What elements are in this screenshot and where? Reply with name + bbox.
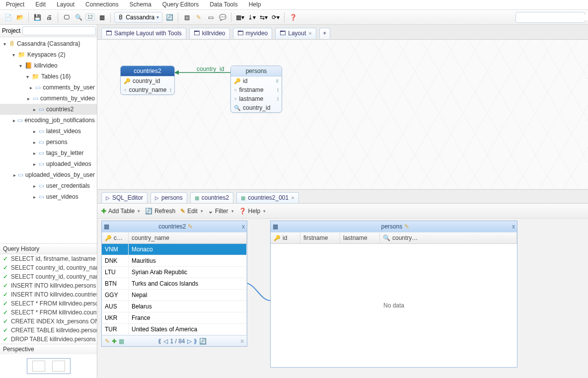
- column-row[interactable]: ×country_namet: [121, 85, 174, 94]
- edit-icon[interactable]: [404, 223, 409, 230]
- comment-tool-icon[interactable]: 💬: [218, 12, 227, 22]
- tab-layout-active[interactable]: Layout×: [275, 28, 316, 39]
- edit-tool-icon[interactable]: [194, 12, 204, 22]
- entity-countries2[interactable]: countries2 country_id ×country_namet: [120, 66, 175, 95]
- display-icon[interactable]: [62, 12, 72, 22]
- connection-selector[interactable]: Cassandra ▾: [114, 12, 162, 23]
- pager-next[interactable]: ▷: [187, 338, 192, 345]
- close-icon[interactable]: ×: [308, 30, 311, 36]
- object-palette-icon[interactable]: ▦: [97, 12, 107, 22]
- tab-countries2-001-active[interactable]: ▦countries2_001×: [236, 192, 299, 203]
- new-icon[interactable]: [3, 12, 13, 22]
- tree-table[interactable]: ▸▭latest_videos: [0, 126, 97, 137]
- query-history-item[interactable]: ✓CREATE INDEX Idx_persons ON: [0, 317, 97, 326]
- col-header[interactable]: firstname: [300, 232, 340, 243]
- menu-schema[interactable]: Schema: [130, 1, 151, 8]
- tree-table[interactable]: ▸▭uploaded_videos_by_user: [0, 169, 97, 180]
- tab-myvideo[interactable]: myvideo: [233, 28, 273, 39]
- refresh-icon[interactable]: [199, 338, 207, 345]
- refresh-button[interactable]: Refresh: [145, 208, 175, 215]
- query-history-item[interactable]: ✓SELECT country_id, country_name: [0, 272, 97, 281]
- global-search[interactable]: [515, 12, 585, 23]
- refresh-icon[interactable]: [164, 12, 174, 22]
- tree-table[interactable]: ▸▭tags_by_letter: [0, 148, 97, 158]
- table-tool-icon[interactable]: ▤: [182, 12, 192, 22]
- tree-table[interactable]: ▸▭comments_by_user: [0, 82, 97, 93]
- query-history-item[interactable]: ✓SELECT * FROM killrvideo.persons: [0, 299, 97, 308]
- col-header[interactable]: country…: [392, 234, 418, 241]
- perspective-thumbnail[interactable]: [32, 361, 45, 372]
- query-history-header[interactable]: Query History: [0, 243, 97, 254]
- table-row[interactable]: UKRFrance: [102, 312, 247, 324]
- grid-header[interactable]: ▦ countries2 x: [102, 221, 247, 232]
- tab-sample-layout[interactable]: Sample Layout with Tools: [101, 28, 186, 39]
- grid-tool-icon[interactable]: ▦▾: [235, 12, 245, 22]
- tree-table[interactable]: ▸▭encoding_job_notifications: [0, 115, 97, 126]
- diagram-canvas[interactable]: country_id countries2 country_id ×countr…: [97, 40, 588, 189]
- tree-table-countries2[interactable]: ▸▭countries2: [0, 104, 97, 115]
- table-row[interactable]: BTNTurks and Caicos Islands: [102, 278, 247, 290]
- pager-prev[interactable]: ◁: [163, 338, 168, 345]
- tree-keyspaces[interactable]: ▾Keyspaces (2): [0, 49, 97, 60]
- menu-query-editors[interactable]: Query Editors: [162, 1, 199, 8]
- tab-persons[interactable]: ▷persons: [150, 192, 187, 203]
- zoom-icon[interactable]: [74, 12, 83, 22]
- tree-table[interactable]: ▸▭uploaded_videos: [0, 158, 97, 169]
- query-history-item[interactable]: ✓DROP TABLE killrvideo.persons: [0, 335, 97, 344]
- print-icon[interactable]: [44, 12, 54, 22]
- col-header[interactable]: country_name: [129, 232, 247, 243]
- close-icon[interactable]: x: [242, 223, 245, 230]
- help-icon[interactable]: [288, 12, 298, 22]
- grid-body[interactable]: VNMMonaco DNKMauritius LTUSyrian Arab Re…: [102, 244, 247, 335]
- tree-table[interactable]: ▸▭persons: [0, 137, 97, 148]
- close-icon[interactable]: ×: [291, 195, 294, 201]
- entity-persons[interactable]: persons id# ×firstnamet ×lastnamet 🔍coun…: [230, 66, 282, 113]
- export-tool-icon[interactable]: ⤓▾: [247, 12, 257, 22]
- query-history-item[interactable]: ✓SELECT * FROM killrvideo.countries: [0, 308, 97, 317]
- grid-window-countries2[interactable]: ▦ countries2 x c… country_name VNMMonaco…: [101, 221, 247, 347]
- table-row[interactable]: TURUnited States of America: [102, 324, 247, 335]
- query-history-item[interactable]: ✓INSERT INTO killrvideo.persons: [0, 281, 97, 290]
- tab-killrvideo[interactable]: killrvideo: [189, 28, 230, 39]
- resize-handle[interactable]: ≡: [240, 338, 244, 345]
- perspective-header[interactable]: Perspective: [0, 344, 97, 354]
- pager-last[interactable]: ⟫: [194, 338, 197, 345]
- tree-table[interactable]: ▸▭comments_by_video: [0, 93, 97, 104]
- menu-layout[interactable]: Layout: [57, 1, 74, 8]
- column-row[interactable]: id#: [231, 76, 282, 85]
- sync-tool-icon[interactable]: ⟳▾: [271, 12, 281, 22]
- column-row[interactable]: country_id: [121, 76, 174, 85]
- menu-project[interactable]: Project: [6, 1, 24, 8]
- table-row[interactable]: AUSBelarus: [102, 301, 247, 312]
- menu-connections[interactable]: Connections: [85, 1, 119, 8]
- edit-button[interactable]: Edit▾: [180, 208, 203, 215]
- help-button[interactable]: Help▾: [239, 208, 266, 215]
- pager-first[interactable]: ⟪: [158, 338, 161, 345]
- save-icon[interactable]: [32, 12, 42, 22]
- grid-tool-icon[interactable]: ▦: [119, 338, 124, 345]
- table-row[interactable]: LTUSyrian Arab Republic: [102, 267, 247, 278]
- zoom-level[interactable]: 12: [85, 13, 95, 21]
- close-icon[interactable]: x: [512, 223, 515, 230]
- tree-tables-folder[interactable]: ▾Tables (16): [0, 71, 97, 82]
- add-row-icon[interactable]: [112, 338, 117, 345]
- project-filter-input[interactable]: [22, 26, 96, 35]
- note-tool-icon[interactable]: ▭: [206, 12, 216, 22]
- tree-table[interactable]: ▸▭user_videos: [0, 191, 97, 202]
- menu-help[interactable]: Help: [249, 1, 261, 8]
- tree-table[interactable]: ▸▭user_credentials: [0, 180, 97, 191]
- col-header[interactable]: id: [283, 234, 287, 241]
- column-row[interactable]: 🔍country_id: [231, 103, 282, 112]
- column-row[interactable]: ×lastnamet: [231, 94, 282, 103]
- query-history-item[interactable]: ✓SELECT country_id, country_name: [0, 263, 97, 272]
- compare-tool-icon[interactable]: ⇆▾: [259, 12, 269, 22]
- query-history-item[interactable]: ✓INSERT INTO killrvideo.countries: [0, 290, 97, 299]
- tab-countries2[interactable]: ▦countries2: [190, 192, 233, 203]
- tree-root[interactable]: ▾Cassandra {Cassandra}: [0, 38, 97, 49]
- menu-data-tools[interactable]: Data Tools: [210, 1, 237, 8]
- query-history-item[interactable]: ✓SELECT id, firstname, lastname: [0, 254, 97, 263]
- perspective-thumbnail[interactable]: [52, 361, 65, 372]
- grid-header[interactable]: ▦ persons x: [271, 221, 517, 232]
- table-row[interactable]: GGYNepal: [102, 290, 247, 301]
- filter-button[interactable]: ⌄Filter▾: [208, 208, 234, 215]
